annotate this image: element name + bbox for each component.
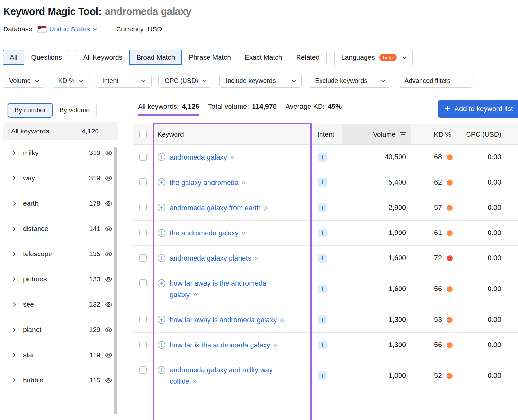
group-term[interactable]: earth (23, 199, 39, 207)
double-chevron-icon[interactable]: » (254, 254, 258, 262)
select-all-checkbox[interactable] (139, 131, 147, 138)
tab-questions[interactable]: Questions (24, 50, 69, 65)
filter-advanced[interactable]: Advanced filters (398, 74, 473, 88)
languages-dropdown[interactable]: Languages beta (334, 50, 413, 65)
group-term[interactable]: way (23, 174, 35, 182)
keyword-link[interactable]: andromeda galaxy (170, 153, 227, 161)
tab-broad-match[interactable]: Broad Match (129, 50, 182, 65)
eye-icon[interactable] (105, 176, 112, 181)
double-chevron-icon[interactable]: » (230, 153, 234, 161)
group-term[interactable]: see (23, 301, 34, 308)
sidebar-keyword-group[interactable]: see 132 (3, 292, 118, 317)
keyword-link[interactable]: the andromeda galaxy (170, 229, 239, 237)
row-checkbox[interactable] (139, 229, 147, 236)
row-checkbox[interactable] (139, 341, 147, 348)
group-term[interactable]: pictures (23, 275, 47, 283)
filter-exclude-keywords[interactable]: Exclude keywords (309, 74, 391, 88)
expand-chevron-icon[interactable] (11, 151, 16, 155)
sidebar-keyword-group[interactable]: planet 129 (3, 317, 118, 342)
eye-icon[interactable] (105, 251, 112, 257)
expand-chevron-icon[interactable] (11, 227, 16, 231)
expand-chevron-icon[interactable] (11, 277, 16, 281)
row-checkbox[interactable] (139, 204, 147, 211)
double-chevron-icon[interactable]: » (193, 290, 197, 299)
add-keyword-icon[interactable] (157, 254, 166, 262)
sidebar-scrollbar[interactable] (114, 147, 117, 414)
database-selector[interactable]: United States (49, 25, 96, 33)
column-header-keyword[interactable]: Keyword (153, 124, 311, 144)
group-term[interactable]: hubble (23, 376, 43, 384)
keyword-link[interactable]: how far away is andromeda galaxy (170, 316, 277, 324)
add-keyword-icon[interactable] (157, 178, 166, 187)
add-keyword-icon[interactable] (157, 341, 166, 349)
sidebar-keyword-group[interactable]: hubble 115 (3, 368, 118, 393)
eye-icon[interactable] (105, 226, 112, 232)
tab-phrase-match[interactable]: Phrase Match (182, 50, 238, 65)
sidebar-keyword-group[interactable]: pictures 133 (3, 267, 118, 292)
row-checkbox[interactable] (139, 316, 147, 323)
expand-chevron-icon[interactable] (11, 176, 16, 180)
tab-all-keywords[interactable]: All Keywords (76, 50, 130, 65)
filter-kd[interactable]: KD % (52, 74, 89, 88)
column-header-cpc[interactable]: CPC (USD) (456, 124, 505, 144)
row-checkbox[interactable] (139, 279, 147, 287)
row-checkbox[interactable] (139, 366, 147, 374)
sidebar-keyword-group[interactable]: distance 141 (3, 216, 118, 241)
keyword-link[interactable]: the galaxy andromeda (170, 179, 239, 187)
filter-cpc[interactable]: CPC (USD) (158, 74, 212, 88)
add-keyword-icon[interactable] (157, 203, 166, 212)
row-checkbox[interactable] (139, 178, 147, 186)
sidebar-keyword-group[interactable]: telescope 135 (3, 241, 118, 267)
keyword-link[interactable]: andromeda galaxy planets (170, 255, 251, 262)
expand-chevron-icon[interactable] (11, 328, 16, 332)
add-keyword-icon[interactable] (157, 229, 166, 237)
add-keyword-icon[interactable] (157, 366, 166, 374)
expand-chevron-icon[interactable] (11, 353, 16, 357)
expand-chevron-icon[interactable] (11, 201, 16, 206)
row-checkbox[interactable] (139, 254, 147, 262)
double-chevron-icon[interactable]: » (264, 203, 268, 212)
expand-chevron-icon[interactable] (11, 252, 16, 256)
keyword-link[interactable]: andromeda galaxy from earth (170, 204, 261, 212)
row-checkbox[interactable] (139, 153, 147, 161)
tab-by-volume[interactable]: By volume (53, 103, 96, 118)
eye-icon[interactable] (105, 327, 112, 333)
eye-icon[interactable] (105, 302, 112, 307)
group-term[interactable]: distance (23, 225, 48, 233)
eye-icon[interactable] (105, 277, 112, 282)
expand-chevron-icon[interactable] (11, 302, 16, 307)
keyword-link[interactable]: how far is the andromeda galaxy (170, 341, 270, 349)
tab-related[interactable]: Related (289, 50, 326, 65)
keyword-link[interactable]: how far away is the andromeda galaxy (170, 279, 266, 299)
keyword-link[interactable]: andromeda galaxy and milky way collide (170, 366, 273, 385)
tab-exact-match[interactable]: Exact Match (238, 50, 289, 65)
group-term[interactable]: star (23, 351, 34, 359)
add-keyword-icon[interactable] (157, 279, 166, 288)
sidebar-keyword-group[interactable]: milky 319 (3, 140, 118, 165)
add-to-keyword-list-button[interactable]: + Add to keyword list (438, 100, 518, 118)
eye-icon[interactable] (105, 352, 112, 358)
column-header-intent[interactable]: Intent (311, 124, 342, 144)
group-term[interactable]: telescope (23, 250, 52, 258)
eye-icon[interactable] (105, 378, 112, 383)
sidebar-keyword-group[interactable]: way 319 (3, 165, 118, 191)
double-chevron-icon[interactable]: » (242, 178, 246, 187)
sidebar-keyword-group[interactable]: star 119 (3, 342, 118, 368)
eye-icon[interactable] (105, 150, 112, 156)
expand-chevron-icon[interactable] (11, 378, 16, 382)
add-keyword-icon[interactable] (157, 153, 166, 161)
filter-include-keywords[interactable]: Include keywords (219, 74, 302, 88)
filter-volume[interactable]: Volume (3, 74, 45, 88)
double-chevron-icon[interactable]: » (273, 340, 277, 349)
eye-icon[interactable] (105, 201, 112, 206)
double-chevron-icon[interactable]: » (192, 377, 197, 385)
add-keyword-icon[interactable] (157, 315, 166, 324)
tab-by-number[interactable]: By number (8, 103, 53, 118)
column-header-volume[interactable]: Volume (342, 124, 411, 144)
double-chevron-icon[interactable]: » (280, 315, 284, 324)
group-term[interactable]: milky (23, 149, 39, 157)
column-header-kd[interactable]: KD % (411, 124, 456, 144)
double-chevron-icon[interactable]: » (242, 228, 246, 237)
sidebar-keyword-group[interactable]: earth 178 (3, 191, 118, 216)
group-term[interactable]: planet (23, 326, 41, 334)
